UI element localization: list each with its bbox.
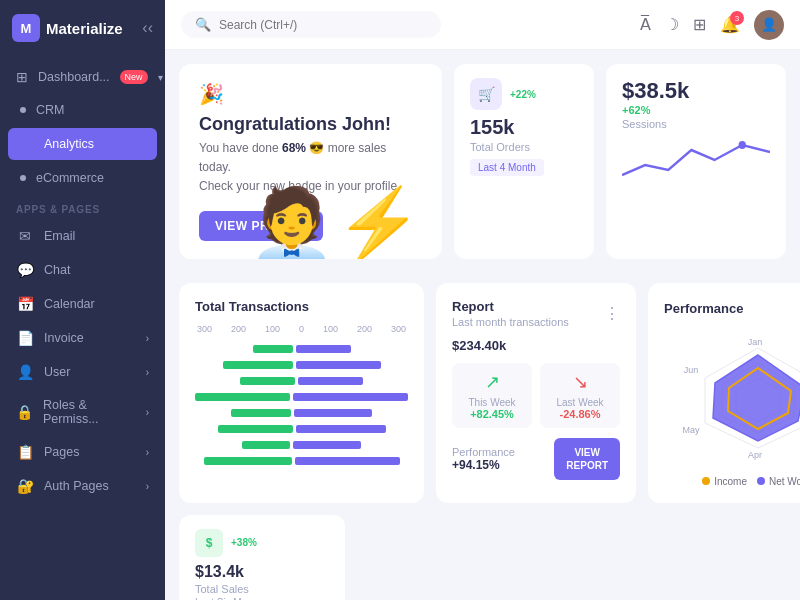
bar-blue: [293, 441, 361, 449]
chevron-right-icon: ›: [146, 367, 149, 378]
sessions-pct: +62%: [622, 104, 770, 116]
sidebar-item-calendar[interactable]: 📅 Calendar: [0, 287, 165, 321]
svg-text:Apr: Apr: [748, 450, 762, 460]
report-menu-icon[interactable]: ⋮: [604, 304, 620, 323]
sidebar: M Materialize ‹‹ ⊞ Dashboard... New ▾ CR…: [0, 0, 165, 600]
last-week-label: Last Week: [548, 397, 612, 408]
chevron-right-icon: ›: [146, 407, 149, 418]
sidebar-item-roles[interactable]: 🔒 Roles & Permiss... ›: [0, 389, 165, 435]
last-week-card: ↘ Last Week -24.86%: [540, 363, 620, 428]
sidebar-item-analytics[interactable]: Analytics: [8, 128, 157, 160]
grid-icon[interactable]: ⊞: [693, 15, 706, 34]
total-sales-value: $13.4k: [195, 563, 329, 581]
nav-dot-ecommerce: [20, 175, 26, 181]
avatar[interactable]: 👤: [754, 10, 784, 40]
sidebar-item-chat[interactable]: 💬 Chat: [0, 253, 165, 287]
sidebar-header: M Materialize ‹‹: [0, 0, 165, 56]
apps-section-label: APPS & PAGES: [0, 194, 165, 219]
performance-title: Performance: [664, 301, 743, 316]
sidebar-item-label: eCommerce: [36, 171, 104, 185]
topbar-icons: A̅ ☽ ⊞ 🔔 3 👤: [640, 10, 784, 40]
sidebar-item-label: Pages: [44, 445, 79, 459]
sidebar-item-dashboard[interactable]: ⊞ Dashboard... New ▾: [0, 60, 165, 94]
welcome-title: Congratulations John!: [199, 114, 422, 135]
svg-text:Jan: Jan: [748, 337, 763, 347]
chevron-right-icon: ›: [146, 447, 149, 458]
total-sales-badge: +38%: [231, 537, 257, 548]
sidebar-item-label: User: [44, 365, 70, 379]
trend-up-icon: ↗: [460, 371, 524, 393]
welcome-card: 🎉 Congratulations John! You have done 68…: [179, 64, 442, 259]
bar-row: [195, 456, 408, 466]
orders-sublabel: Last 4 Month: [470, 159, 544, 176]
radar-chart: Jan Feb Mar Apr May Jun: [664, 328, 800, 468]
transactions-card: Total Transactions 3002001000100200300: [179, 283, 424, 503]
sidebar-item-crm[interactable]: CRM: [0, 94, 165, 126]
translate-icon[interactable]: A̅: [640, 15, 651, 34]
brand-name: Materialize: [46, 20, 123, 37]
performance-card: Performance ⋮ Jan Feb Mar Apr May Jun: [648, 283, 800, 503]
performance-label: Performance: [452, 446, 515, 458]
report-header: Report Last month transactions ⋮: [452, 299, 620, 328]
nav-dot-analytics: [28, 141, 34, 147]
bar-blue: [296, 345, 351, 353]
sidebar-item-label: Calendar: [44, 297, 95, 311]
search-box[interactable]: 🔍: [181, 11, 441, 38]
new-badge: New: [120, 70, 148, 84]
report-week-cards: ↗ This Week +82.45% ↘ Last Week -24.86%: [452, 363, 620, 428]
chevron-right-icon: ›: [146, 333, 149, 344]
sidebar-item-label: CRM: [36, 103, 64, 117]
row2: Total Transactions 3002001000100200300: [179, 271, 786, 503]
sidebar-item-invoice[interactable]: 📄 Invoice ›: [0, 321, 165, 355]
stat-top: 🛒 +22%: [470, 78, 578, 110]
income-dot: [702, 477, 710, 485]
email-icon: ✉: [16, 228, 34, 244]
sidebar-item-auth[interactable]: 🔐 Auth Pages ›: [0, 469, 165, 503]
calendar-icon: 📅: [16, 296, 34, 312]
search-input[interactable]: [219, 18, 427, 32]
total-sales-card: $ +38% $13.4k Total Sales Last Six Mon..…: [179, 515, 345, 600]
sidebar-item-user[interactable]: 👤 User ›: [0, 355, 165, 389]
networth-legend: Net Worth: [757, 476, 800, 487]
transactions-title: Total Transactions: [195, 299, 309, 314]
bar-blue: [294, 409, 372, 417]
bar-green: [223, 361, 293, 369]
row1: 🎉 Congratulations John! You have done 68…: [179, 64, 786, 259]
report-subtitle: Last month transactions: [452, 316, 569, 328]
orders-badge: +22%: [510, 89, 536, 100]
welcome-emoji: 🎉: [199, 82, 422, 106]
topbar: 🔍 A̅ ☽ ⊞ 🔔 3 👤: [165, 0, 800, 50]
sidebar-item-pages[interactable]: 📋 Pages ›: [0, 435, 165, 469]
bar-green: [195, 393, 290, 401]
bell-icon[interactable]: 🔔 3: [720, 15, 740, 34]
report-amount: $234.40k: [452, 338, 620, 353]
bar-green: [218, 425, 293, 433]
svg-text:Jun: Jun: [684, 365, 699, 375]
view-report-button[interactable]: VIEWREPORT: [554, 438, 620, 480]
roles-icon: 🔒: [16, 404, 33, 420]
sidebar-collapse-button[interactable]: ‹‹: [142, 19, 153, 37]
pages-icon: 📋: [16, 444, 34, 460]
bar-row: [195, 424, 408, 434]
moon-icon[interactable]: ☽: [665, 15, 679, 34]
trend-down-icon: ↘: [548, 371, 612, 393]
sessions-label: Sessions: [622, 118, 770, 130]
income-legend: Income: [702, 476, 747, 487]
this-week-label: This Week: [460, 397, 524, 408]
total-orders-card: 🛒 +22% 155k Total Orders Last 4 Month: [454, 64, 594, 259]
sidebar-item-ecommerce[interactable]: eCommerce: [0, 162, 165, 194]
sidebar-item-label: Roles & Permiss...: [43, 398, 136, 426]
main-content: 🔍 A̅ ☽ ⊞ 🔔 3 👤 🎉 Congratulations John!: [165, 0, 800, 600]
sidebar-item-email[interactable]: ✉ Email: [0, 219, 165, 253]
sessions-sparkline: [622, 140, 770, 188]
bar-green: [231, 409, 291, 417]
content-grid: 🎉 Congratulations John! You have done 68…: [165, 50, 800, 600]
bar-blue: [296, 425, 386, 433]
bar-green: [242, 441, 290, 449]
report-title: Report: [452, 299, 494, 314]
bar-blue: [293, 393, 408, 401]
total-sales-sublabel: Last Six Mon...: [195, 597, 329, 600]
bar-row: [195, 344, 408, 354]
dashboard-icon: ⊞: [16, 69, 28, 85]
radar-legend: Income Net Worth: [664, 476, 800, 487]
